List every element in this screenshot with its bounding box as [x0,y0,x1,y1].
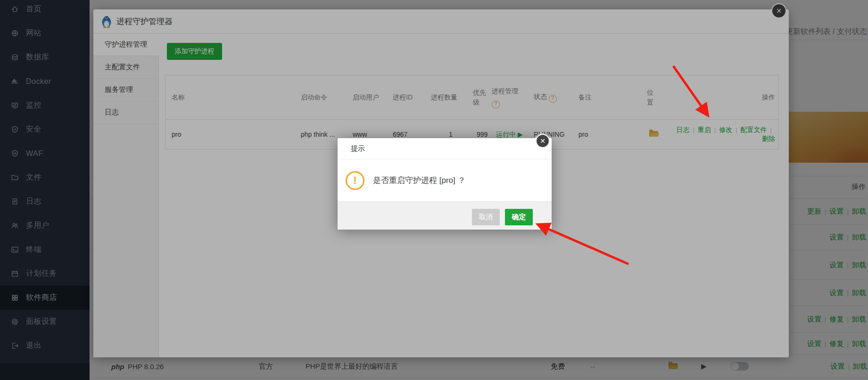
dialog-close-icon[interactable]: ✕ [536,134,550,148]
dialog-footer: 取消 确定 [338,201,552,230]
page-root: 首页网站数据库Docker监控安全WAF文件日志多用户终端计划任务软件商店面板设… [0,0,868,380]
dialog-body: ! 是否重启守护进程 [pro] ？ [338,159,552,201]
dialog-message: 是否重启守护进程 [pro] ？ [373,175,465,186]
cancel-button[interactable]: 取消 [472,209,500,225]
warning-icon: ! [346,171,364,190]
confirm-button[interactable]: 确定 [505,209,533,225]
dialog-title: 提示 [351,144,365,153]
dialog-header: 提示 [338,138,552,159]
confirm-dialog: 提示 ✕ ! 是否重启守护进程 [pro] ？ 取消 确定 [338,138,552,230]
